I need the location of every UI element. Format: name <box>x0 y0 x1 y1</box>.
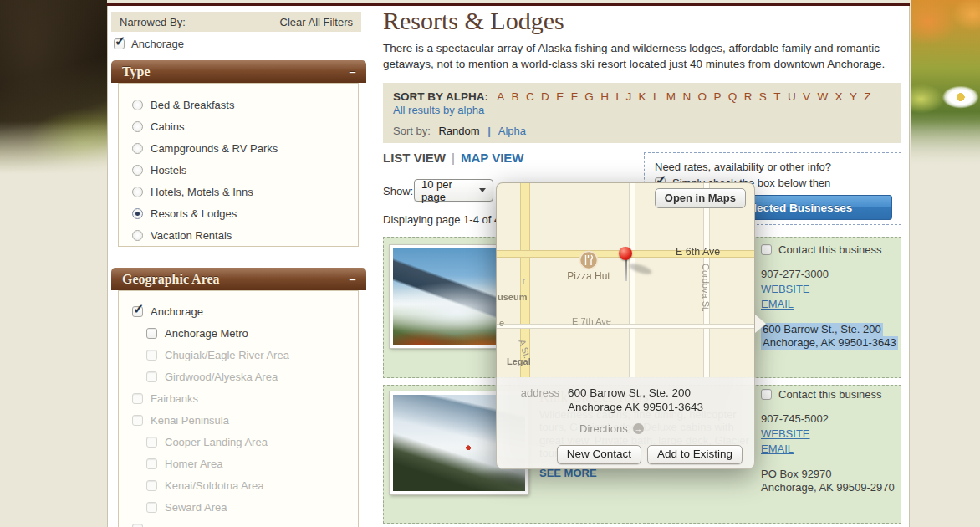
narrowed-filter-anchorage[interactable]: ✓ Anchorage <box>114 38 184 50</box>
alpha-letter-link[interactable]: Y <box>850 90 857 103</box>
geo-option-label: Kenai/Soldotna Area <box>165 479 264 492</box>
clear-all-filters-link[interactable]: Clear All Filters <box>280 16 353 28</box>
listing-contact-column: Contact this business 907-745-5002 WEBSI… <box>761 388 903 494</box>
type-option-bed-breakfasts[interactable]: Bed & Breakfasts <box>119 94 358 115</box>
listing-address: PO Box 92970 Anchorage, AK 99509-2970 <box>761 468 903 494</box>
geo-option-homer-area: Homer Area <box>119 453 358 474</box>
alpha-letter-link[interactable]: A <box>497 90 504 103</box>
address-line-1-highlighted[interactable]: 600 Barrow St., Ste. 200 <box>761 323 883 336</box>
radio-icon[interactable] <box>132 143 143 154</box>
narrowed-filter-label: Anchorage <box>131 38 184 50</box>
radio-icon[interactable] <box>132 100 143 110</box>
email-link[interactable]: EMAIL <box>761 443 794 455</box>
geo-option-kenai-soldotna-area: Kenai/Soldotna Area <box>119 474 358 496</box>
per-page-value: 10 per page <box>421 178 473 203</box>
one-way-arrow-icon: ↑ <box>522 275 527 285</box>
alpha-letter-link[interactable]: X <box>835 90 843 103</box>
radio-icon[interactable] <box>132 208 143 219</box>
checkbox-icon[interactable] <box>146 328 157 339</box>
alpha-letter-link[interactable]: D <box>541 90 549 103</box>
website-link[interactable]: WEBSITE <box>761 283 810 295</box>
type-option-vacation-rentals[interactable]: Vacation Rentals <box>119 224 358 246</box>
alpha-letter-link[interactable]: Z <box>864 90 870 103</box>
checkbox-icon <box>132 524 143 527</box>
website-link[interactable]: WEBSITE <box>761 427 810 440</box>
alpha-letter-link[interactable]: I <box>615 90 619 103</box>
alpha-letter-link[interactable]: B <box>512 90 519 103</box>
directions-link[interactable]: Directions → <box>579 422 743 435</box>
contact-this-business[interactable]: Contact this business <box>761 388 903 401</box>
radio-icon[interactable] <box>132 121 143 132</box>
contact-this-business[interactable]: Contact this business <box>761 243 903 256</box>
alpha-letter-link[interactable]: L <box>653 90 660 103</box>
alpha-letter-link[interactable]: N <box>682 90 691 103</box>
geographic-area-section-header[interactable]: Geographic Area – <box>111 268 366 290</box>
alpha-letter-link[interactable]: P <box>713 90 721 103</box>
alpha-letter-link[interactable]: G <box>584 90 594 103</box>
alpha-letter-link[interactable]: H <box>600 90 609 103</box>
alpha-letter-link[interactable]: Q <box>728 90 738 103</box>
separator: | <box>487 125 491 137</box>
alpha-letter-link[interactable]: S <box>759 90 767 103</box>
alpha-letter-link[interactable]: C <box>526 90 534 103</box>
add-to-existing-button[interactable]: Add to Existing <box>647 445 743 464</box>
type-option-cabins[interactable]: Cabins <box>119 115 358 137</box>
address-line-2-highlighted[interactable]: Anchorage, AK 99501-3643 <box>761 336 898 350</box>
type-option-label: Bed & Breakfasts <box>151 99 234 111</box>
page-background: Narrowed By: Clear All Filters ✓ Anchora… <box>0 0 980 527</box>
radio-icon[interactable] <box>132 165 143 176</box>
map-pin-icon <box>619 247 632 260</box>
type-option-campgrounds-rv-parks[interactable]: Campgrounds & RV Parks <box>119 137 358 159</box>
popup-address-line-2: Anchorage AK 99501-3643 <box>568 400 703 414</box>
checkbox-icon <box>146 458 157 469</box>
alpha-letter-link[interactable]: U <box>788 90 796 103</box>
radio-icon[interactable] <box>132 230 143 241</box>
all-results-by-alpha-link[interactable]: All results by alpha <box>393 104 484 116</box>
radio-icon[interactable] <box>132 187 143 197</box>
popup-address-line-1: 600 Barrow St., Ste. 200 <box>568 386 703 400</box>
address-card: address 600 Barrow St., Ste. 200 Anchora… <box>496 377 755 469</box>
type-option-hostels[interactable]: Hostels <box>119 159 358 181</box>
geo-option-cooper-landing-area: Cooper Landing Area <box>119 431 358 453</box>
collapse-icon[interactable]: – <box>350 65 355 79</box>
sort-random-link[interactable]: Random <box>438 125 479 137</box>
geo-option-anchorage-metro[interactable]: Anchorage Metro <box>119 322 358 344</box>
type-option-label: Hostels <box>151 164 186 177</box>
geo-option-girdwood-alyeska-area: Girdwood/Alyeska Area <box>119 366 358 387</box>
geo-option-label: Anchorage Metro <box>165 327 248 340</box>
sort-alpha-link[interactable]: Alpha <box>498 125 526 137</box>
open-in-maps-button[interactable]: Open in Maps <box>655 188 746 208</box>
type-option-hotels-motels-inns[interactable]: Hotels, Motels & Inns <box>119 181 358 202</box>
per-page-select[interactable]: 10 per page <box>414 179 493 202</box>
geo-option-anchorage[interactable]: ✓Anchorage <box>119 300 358 322</box>
alpha-letter-link[interactable]: R <box>744 90 753 103</box>
alpha-letter-link[interactable]: T <box>773 90 780 103</box>
map-legal-link[interactable]: Legal <box>507 356 531 366</box>
alpha-letter-link[interactable]: W <box>817 90 828 103</box>
map-canvas[interactable]: E 6th Ave E 7th Ave Cordova St. A St. us… <box>496 182 755 377</box>
checkbox-icon[interactable] <box>761 244 772 255</box>
alpha-letter-link[interactable]: V <box>803 90 810 103</box>
type-section-header[interactable]: Type – <box>111 60 366 83</box>
alpha-letter-link[interactable]: K <box>639 90 646 103</box>
address-field-label: address <box>508 386 559 414</box>
listing-address[interactable]: 600 Barrow St., Ste. 200 Anchorage, AK 9… <box>761 323 903 350</box>
map-view-tab[interactable]: MAP VIEW <box>461 151 524 165</box>
type-option-label: Hotels, Motels & Inns <box>151 186 253 198</box>
new-contact-button[interactable]: New Contact <box>557 445 641 464</box>
type-option-resorts-lodges[interactable]: Resorts & Lodges <box>119 202 358 224</box>
geo-option-chugiak-eagle-river-area: Chugiak/Eagle River Area <box>119 344 358 366</box>
checkbox-icon <box>132 393 143 404</box>
email-link[interactable]: EMAIL <box>761 298 794 310</box>
checkbox-icon[interactable]: ✓ <box>114 38 125 49</box>
checkbox-icon[interactable]: ✓ <box>132 306 143 317</box>
list-view-tab[interactable]: LIST VIEW <box>383 151 446 165</box>
alpha-letter-link[interactable]: M <box>666 90 676 103</box>
collapse-icon[interactable]: – <box>350 273 355 286</box>
alpha-letter-link[interactable]: E <box>556 90 564 103</box>
alpha-letter-link[interactable]: J <box>625 90 631 103</box>
alpha-letter-link[interactable]: O <box>698 90 707 103</box>
checkbox-icon[interactable] <box>761 389 772 400</box>
chevron-down-icon <box>479 188 486 192</box>
alpha-letter-link[interactable]: F <box>571 90 578 103</box>
